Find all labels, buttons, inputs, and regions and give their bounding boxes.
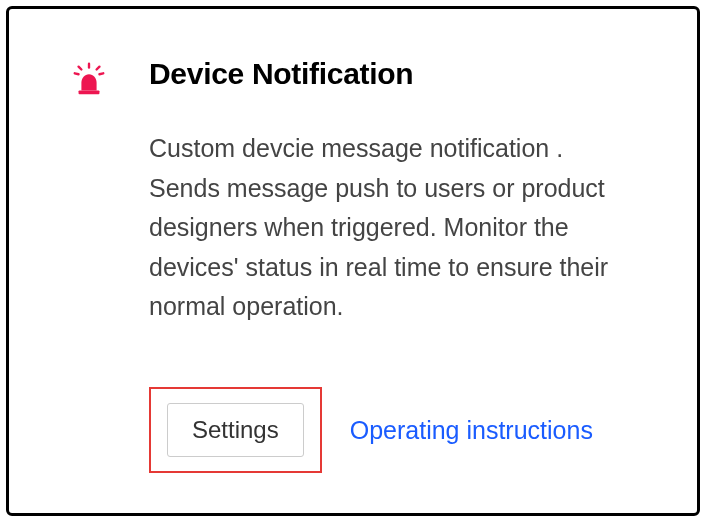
svg-rect-0: [79, 90, 100, 94]
alert-light-icon: [69, 59, 109, 99]
card-header: Device Notification: [69, 57, 637, 99]
device-notification-card: Device Notification Custom devcie messag…: [6, 6, 700, 516]
card-title: Device Notification: [149, 57, 413, 91]
settings-button[interactable]: Settings: [167, 403, 304, 457]
settings-highlight-box: Settings: [149, 387, 322, 473]
card-description: Custom devcie message notification . Sen…: [149, 129, 629, 327]
operating-instructions-link[interactable]: Operating instructions: [350, 416, 593, 445]
card-actions: Settings Operating instructions: [149, 387, 637, 473]
card-content: Custom devcie message notification . Sen…: [149, 129, 637, 473]
